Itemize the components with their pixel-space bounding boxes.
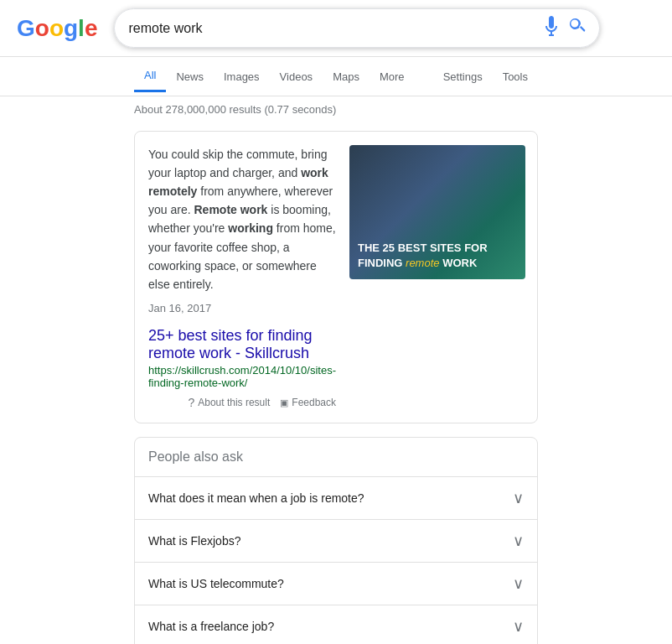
search-icons	[544, 16, 586, 40]
results-count: About 278,000,000 results (0.77 seconds)	[0, 96, 672, 122]
feedback-icon: ▣	[280, 397, 288, 408]
image-overlay-italic: remote	[406, 257, 439, 269]
snippet-image-placeholder: THE 25 BEST SITES FOR FINDING remote WOR…	[349, 145, 525, 279]
people-also-ask: People also ask What does it mean when a…	[134, 437, 538, 644]
snippet-title-link[interactable]: 25+ best sites for finding remote work -…	[148, 327, 313, 361]
logo-letter-g: G	[17, 15, 35, 42]
nav-item-all[interactable]: All	[134, 60, 166, 92]
paa-question-4[interactable]: What is a freelance job? ∨	[135, 605, 537, 644]
search-input[interactable]: remote work	[128, 21, 544, 36]
snippet-feedback-label: Feedback	[292, 397, 336, 408]
paa-question-4-text: What is a freelance job?	[148, 620, 274, 633]
chevron-down-icon-3: ∨	[513, 574, 524, 593]
snippet-body: You could skip the commute, bring your l…	[148, 145, 336, 409]
snippet-text: You could skip the commute, bring your l…	[148, 145, 336, 317]
nav-item-maps[interactable]: Maps	[323, 62, 370, 91]
chevron-down-icon-1: ∨	[513, 489, 524, 507]
nav-item-news[interactable]: News	[166, 62, 214, 91]
nav-item-images[interactable]: Images	[214, 62, 270, 91]
chevron-down-icon-2: ∨	[513, 532, 524, 550]
microphone-icon[interactable]	[544, 16, 559, 40]
logo-letter-o1: o	[35, 15, 49, 42]
paa-question-3[interactable]: What is US telecommute? ∨	[135, 563, 537, 605]
paa-question-1-text: What does it mean when a job is remote?	[148, 491, 364, 505]
logo-letter-o2: o	[49, 15, 64, 42]
nav-item-videos[interactable]: Videos	[270, 62, 323, 91]
paa-title: People also ask	[135, 438, 537, 477]
about-result-button[interactable]: ? About this result	[188, 396, 270, 409]
paa-question-3-text: What is US telecommute?	[148, 577, 284, 590]
paa-question-1[interactable]: What does it mean when a job is remote? …	[135, 477, 537, 520]
paa-question-2-text: What is Flexjobs?	[148, 534, 240, 548]
paa-question-2[interactable]: What is Flexjobs? ∨	[135, 520, 537, 563]
header: G o o g l e remote work	[0, 0, 672, 57]
nav-item-more[interactable]: More	[370, 62, 415, 91]
featured-snippet: You could skip the commute, bring your l…	[134, 131, 538, 423]
nav-item-settings[interactable]: Settings	[433, 62, 493, 91]
image-overlay-text: THE 25 BEST SITES FOR FINDING remote WOR…	[358, 241, 517, 271]
snippet-image: THE 25 BEST SITES FOR FINDING remote WOR…	[349, 145, 525, 409]
snippet-link: 25+ best sites for finding remote work -…	[148, 327, 336, 389]
navigation: All News Images Videos Maps More Setting…	[0, 57, 672, 96]
search-bar[interactable]: remote work	[114, 8, 600, 48]
search-button[interactable]	[569, 18, 586, 39]
logo-letter-l: l	[78, 15, 85, 42]
snippet-feedback-button[interactable]: ▣ Feedback	[280, 397, 336, 408]
logo-letter-g2: g	[64, 15, 78, 42]
snippet-date: Jan 16, 2017	[148, 300, 336, 318]
about-result-label: About this result	[198, 397, 270, 408]
snippet-footer: ? About this result ▣ Feedback	[148, 396, 336, 409]
google-logo: G o o g l e	[17, 15, 97, 42]
question-circle-icon: ?	[188, 396, 194, 409]
main-content: You could skip the commute, bring your l…	[0, 122, 672, 644]
chevron-down-icon-4: ∨	[513, 617, 524, 636]
nav-item-tools[interactable]: Tools	[493, 62, 538, 91]
snippet-url: https://skillcrush.com/2014/10/10/sites-…	[148, 364, 336, 389]
logo-letter-e: e	[85, 15, 98, 42]
